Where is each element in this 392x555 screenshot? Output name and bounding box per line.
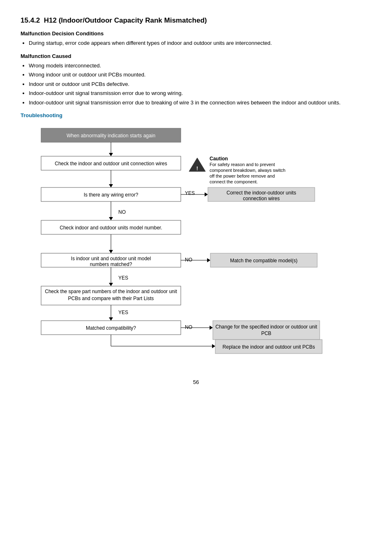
box2-text: Is there any wiring error?: [84, 192, 138, 198]
yes-label-2: YES: [118, 275, 128, 281]
svg-text:!: !: [196, 165, 198, 171]
svg-text:PCB: PCB: [261, 331, 272, 336]
box6-no-text-1: Change for the specified indoor or outdo…: [215, 324, 317, 330]
caution-text-1: For safety reason and to prevent: [210, 162, 275, 167]
yes-label-3: YES: [118, 310, 128, 315]
malfunction-caused-item-1: Wrong models interconnected.: [29, 62, 371, 70]
section-number: 15.4.2: [21, 16, 40, 24]
box6-text: Matched compatibility?: [86, 325, 136, 331]
box4-no-text: Match the compatible model(s): [230, 258, 297, 264]
no-label-2: NO: [185, 257, 192, 263]
box5-text-1: Check the spare part numbers of the indo…: [45, 289, 177, 294]
malfunction-decision-heading: Malfunction Decision Conditions: [21, 30, 371, 37]
no-label-1: NO: [118, 209, 126, 215]
caution-text-4: connect the component.: [210, 179, 258, 184]
svg-marker-22: [207, 258, 210, 262]
malfunction-caused-item-2: Wrong indoor unit or outdoor unit PCBs m…: [29, 71, 371, 79]
malfunction-decision-list: During startup, error code appears when …: [29, 39, 371, 47]
caution-text-3: off the power before remove and: [210, 173, 275, 178]
svg-text:PCBs and compare with their Pa: PCBs and compare with their Part Lists: [68, 296, 154, 301]
section-heading: H12 (Indoor/Outdoor Capacity Rank Mismat…: [44, 16, 207, 24]
malfunction-caused-heading: Malfunction Caused: [21, 53, 371, 59]
box1-text: Check the indoor and outdoor unit connec…: [55, 161, 167, 166]
svg-text:connection wires: connection wires: [243, 196, 279, 201]
malfunction-caused-item-4: Indoor-outdoor unit signal transmission …: [29, 89, 371, 97]
box3-text: Check indoor and outdoor units model num…: [60, 225, 162, 231]
svg-marker-2: [109, 153, 113, 156]
malfunction-caused-item-5: Indoor-outdoor unit signal transmission …: [29, 99, 371, 107]
svg-marker-37: [212, 344, 215, 348]
box4-text-1: Is indoor unit and outdoor unit model: [71, 256, 151, 261]
box7-text: Replace the indoor and outdoor unit PCBs: [223, 344, 315, 350]
svg-marker-7: [109, 184, 113, 187]
yes-label-1: YES: [185, 190, 195, 196]
svg-marker-29: [109, 317, 113, 321]
page-number: 56: [21, 379, 371, 385]
malfunction-decision-item-1: During startup, error code appears when …: [29, 39, 371, 47]
svg-rect-33: [213, 321, 320, 340]
no-label-3: NO: [185, 324, 192, 330]
start-box-text: When abnormality indication starts again: [67, 133, 155, 139]
svg-marker-25: [109, 283, 113, 286]
caution-text-2: component breakdown, always switch: [210, 168, 286, 173]
troubleshooting-heading: Troubleshooting: [21, 112, 371, 118]
svg-marker-15: [109, 217, 113, 220]
flowchart: When abnormality indication starts again…: [21, 124, 374, 367]
section-title: 15.4.2 H12 (Indoor/Outdoor Capacity Rank…: [21, 16, 371, 25]
malfunction-caused-list: Wrong models interconnected. Wrong indoo…: [29, 62, 371, 107]
box2-yes-text: Correct the indoor-outdoor units: [226, 190, 296, 196]
svg-marker-32: [210, 326, 213, 330]
caution-label: Caution: [210, 156, 228, 162]
svg-text:numbers matched?: numbers matched?: [90, 261, 132, 267]
malfunction-caused-item-3: Indoor unit or outdoor unit PCBs defecti…: [29, 80, 371, 88]
svg-marker-11: [205, 192, 208, 197]
svg-marker-18: [109, 250, 113, 253]
